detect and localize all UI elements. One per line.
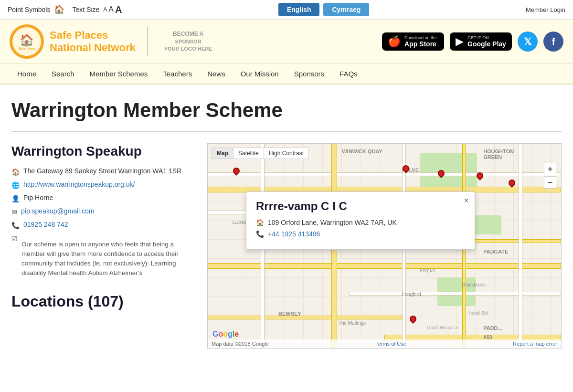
popup-address-icon: 🏠 bbox=[256, 219, 264, 226]
org-name-line2: National Network bbox=[50, 42, 136, 53]
phone-link[interactable]: 01925 248 742 bbox=[23, 221, 68, 228]
right-panel: WINWICK QUAY HULME HOUGHTONGREEN PADGATE… bbox=[207, 143, 562, 349]
nav-search[interactable]: Search bbox=[44, 64, 82, 84]
main-nav: Home Search Member Schemes Teachers News… bbox=[0, 64, 573, 85]
sponsor-line2: SPONSOR bbox=[164, 38, 212, 45]
logo-house-icon: 🏠 bbox=[20, 33, 34, 47]
description-item: ☑ Our scheme is open to anyone who feels… bbox=[11, 234, 193, 278]
google-play-badge[interactable]: ▶ GET IT ON Google Play bbox=[450, 32, 512, 51]
map-popup: × Rrrre-vamp C I C 🏠 109 Orford Lane, Wa… bbox=[246, 191, 475, 250]
main-content: Warrington Member Scheme Warrington Spea… bbox=[0, 85, 573, 363]
website-item: 🌐 http://www.warringtonspeakup.org.uk/ bbox=[11, 180, 193, 189]
language-buttons: English Cymraeg bbox=[278, 3, 369, 16]
header-right: 🍎 Download on the App Store ▶ GET IT ON … bbox=[382, 32, 563, 52]
nav-news[interactable]: News bbox=[200, 64, 233, 84]
top-bar: Point Symbols 🏠 Text Size A A A English … bbox=[0, 0, 573, 20]
facebook-icon[interactable]: f bbox=[543, 32, 563, 52]
point-symbols-icon[interactable]: 🏠 bbox=[54, 4, 64, 15]
popup-phone-icon: 📞 bbox=[256, 230, 264, 238]
map-pin-2[interactable] bbox=[402, 165, 410, 176]
checkbox-icon: ☑ bbox=[11, 235, 18, 243]
nav-teachers[interactable]: Teachers bbox=[155, 64, 200, 84]
text-size-large[interactable]: A bbox=[115, 4, 122, 15]
map-label-maltings: The Maltings bbox=[339, 320, 366, 326]
phone-item: 📞 01925 248 742 bbox=[11, 221, 193, 229]
road-v-5 bbox=[519, 144, 522, 348]
nav-sponsors[interactable]: Sponsors bbox=[286, 64, 332, 84]
map-type-highcontrast[interactable]: High Contrast bbox=[264, 148, 308, 159]
logo-area: 🏠 Safe place Safe Places National Networ… bbox=[10, 24, 136, 59]
lang-cymraeg-button[interactable]: Cymraeg bbox=[323, 3, 369, 16]
map-label-insall: Insall Rd bbox=[469, 311, 488, 316]
popup-close-button[interactable]: × bbox=[464, 196, 469, 206]
road-h-7 bbox=[208, 316, 402, 319]
road-h-6 bbox=[349, 292, 561, 296]
logo-inner: 🏠 Safe place bbox=[12, 27, 41, 56]
page-title: Warrington Member Scheme bbox=[11, 99, 562, 122]
nav-our-mission[interactable]: Our Mission bbox=[233, 64, 286, 84]
app-store-badge[interactable]: 🍎 Download on the App Store bbox=[382, 32, 444, 51]
map-footer-right[interactable]: Report a map error bbox=[513, 341, 557, 347]
org-name: Safe Places National Network bbox=[50, 29, 136, 54]
website-link[interactable]: http://www.warringtonspeakup.org.uk/ bbox=[23, 180, 135, 188]
popup-title: Rrrre-vamp C I C bbox=[256, 200, 465, 213]
nav-member-schemes[interactable]: Member Schemes bbox=[82, 64, 156, 84]
top-bar-left: Point Symbols 🏠 Text Size A A A bbox=[8, 4, 122, 15]
map-pin-1[interactable] bbox=[233, 168, 240, 178]
map-label-longford: Longford bbox=[402, 292, 421, 297]
google-play-sub: GET IT ON bbox=[467, 35, 506, 40]
google-logo: Google bbox=[212, 330, 239, 339]
contact-item: 👤 Pip Horne bbox=[11, 194, 193, 202]
contact-name: Pip Horne bbox=[23, 194, 53, 201]
address-text: The Gateway 89 Sankey Street Warrington … bbox=[23, 167, 181, 175]
address-item: 🏠 The Gateway 89 Sankey Street Warringto… bbox=[11, 167, 193, 176]
map-pin-3[interactable] bbox=[437, 170, 445, 180]
map-background: WINWICK QUAY HULME HOUGHTONGREEN PADGATE… bbox=[208, 144, 561, 348]
popup-phone: 📞 +44 1925 413496 bbox=[256, 230, 465, 238]
map-label-folly: Folly Ln bbox=[420, 268, 435, 273]
lang-english-button[interactable]: English bbox=[278, 3, 320, 16]
email-item: ✉ pip.speakup@gmail.com bbox=[11, 207, 193, 216]
text-size-controls: A A A bbox=[103, 4, 122, 15]
map-label-winwick: WINWICK QUAY bbox=[342, 148, 382, 154]
map-label-bewsey: BEWSEY bbox=[278, 311, 301, 317]
text-size-medium[interactable]: A bbox=[108, 5, 114, 14]
map-footer-mid[interactable]: Terms of Use bbox=[375, 341, 406, 347]
popup-address-text: 109 Orford Lane, Warrington WA2 7AR, UK bbox=[268, 219, 397, 226]
map-container[interactable]: WINWICK QUAY HULME HOUGHTONGREEN PADGATE… bbox=[207, 143, 562, 349]
map-type-satellite[interactable]: Satellite bbox=[233, 148, 264, 159]
scheme-description: Our scheme is open to anyone who feels t… bbox=[21, 240, 193, 278]
twitter-icon[interactable]: 𝕏 bbox=[518, 32, 538, 52]
header-divider bbox=[147, 27, 148, 56]
scheme-name: Warrington Speakup bbox=[11, 143, 193, 159]
email-link[interactable]: pip.speakup@gmail.com bbox=[21, 207, 95, 215]
text-size-small[interactable]: A bbox=[103, 6, 107, 13]
zoom-out-button[interactable]: − bbox=[544, 176, 556, 189]
globe-icon: 🌐 bbox=[11, 181, 20, 189]
app-store-main: App Store bbox=[404, 40, 437, 48]
address-icon: 🏠 bbox=[11, 168, 20, 176]
text-size-label: Text Size bbox=[72, 6, 99, 13]
green-area-3 bbox=[473, 215, 501, 234]
map-pin-4[interactable] bbox=[476, 172, 484, 183]
member-login-link[interactable]: Member Login bbox=[526, 6, 565, 13]
map-type-bar: Map Satellite High Contrast bbox=[212, 148, 309, 159]
google-play-icon: ▶ bbox=[456, 35, 464, 48]
popup-phone-link[interactable]: +44 1925 413496 bbox=[268, 230, 320, 238]
locations-title: Locations (107) bbox=[11, 293, 193, 310]
map-pin-6[interactable] bbox=[409, 316, 417, 326]
map-label-houghton: HOUGHTONGREEN bbox=[483, 148, 514, 160]
map-pin-5[interactable] bbox=[508, 180, 516, 190]
map-footer-left: Map data ©2018 Google bbox=[212, 341, 269, 347]
left-panel: Warrington Speakup 🏠 The Gateway 89 Sank… bbox=[11, 143, 193, 349]
org-name-line1: Safe Places bbox=[50, 29, 108, 41]
sponsor-area[interactable]: BECOME A SPONSOR YOUR LOGO HERE bbox=[159, 30, 217, 53]
map-type-map[interactable]: Map bbox=[212, 148, 233, 159]
map-label-padgate: PADGATE bbox=[483, 249, 508, 254]
map-label-paddd: PADD... bbox=[483, 325, 502, 331]
logo-small-text: Safe place bbox=[19, 47, 35, 50]
nav-faqs[interactable]: FAQs bbox=[332, 64, 365, 84]
zoom-in-button[interactable]: + bbox=[544, 163, 556, 175]
app-store-sub: Download on the bbox=[404, 35, 437, 40]
nav-home[interactable]: Home bbox=[10, 64, 44, 84]
